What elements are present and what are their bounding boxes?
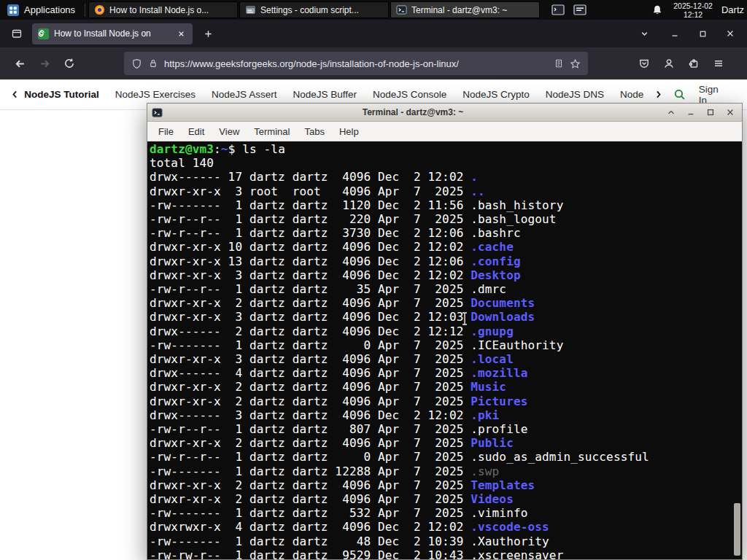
chevron-left-icon[interactable] (9, 90, 21, 99)
tray-vm-window-icon[interactable] (551, 4, 565, 17)
url-bar[interactable]: https://www.geeksforgeeks.org/node-js/in… (124, 52, 588, 75)
site-nav-link[interactable]: NodeJS DNS (538, 89, 612, 100)
file-meta: drwxr-xr-x 10 dartz dartz 4096 Dec 2 12:… (150, 240, 471, 254)
terminal-line: -rw-r--r-- 1 dartz dartz 220 Apr 7 2025 … (150, 212, 742, 226)
desktop: Applications How to Install Node.js o...… (0, 0, 747, 560)
site-nav-link[interactable]: NodeJS Buffer (285, 89, 365, 100)
file-name: Public (471, 436, 514, 450)
forward-button[interactable] (32, 51, 57, 76)
window-close-button[interactable] (719, 23, 741, 44)
terminal-line: -rw-r--r-- 1 dartz dartz 3730 Dec 2 12:0… (150, 226, 742, 240)
terminal-line: drwxr-xr-x 10 dartz dartz 4096 Dec 2 12:… (150, 240, 742, 254)
terminal-icon (396, 4, 407, 15)
terminal-line: drwx------ 4 dartz dartz 4096 Apr 7 2025… (150, 366, 742, 380)
terminal-minimize-button[interactable] (683, 106, 698, 119)
extensions-icon[interactable] (681, 51, 706, 76)
chevron-right-icon[interactable] (651, 90, 664, 99)
reload-button[interactable] (57, 51, 82, 76)
file-meta: drwxr-xr-x 2 dartz dartz 4096 Apr 7 2025 (150, 394, 471, 408)
file-name: .Xauthority (471, 534, 549, 548)
file-name: Downloads (471, 310, 535, 324)
terminal-total-line: total 140 (150, 156, 742, 170)
terminal-line: -rw------- 1 dartz dartz 1120 Dec 2 11:5… (150, 198, 742, 212)
tab-strip: How to Install Node.js on (0, 20, 747, 47)
firefox-icon (94, 4, 105, 15)
tracking-shield-icon[interactable] (131, 58, 142, 69)
terminal-menu-view[interactable]: View (212, 124, 246, 139)
file-name: .. (471, 184, 485, 198)
site-nav-link[interactable]: NodeJS Console (365, 89, 454, 100)
terminal-title: Terminal - dartz@vm3: ~ (167, 107, 659, 117)
applications-label: Applications (24, 4, 75, 15)
site-nav-link[interactable]: NodeJS Tutorial (21, 89, 107, 100)
file-meta: drwxrwxr-x 4 dartz dartz 4096 Dec 2 12:0… (150, 520, 471, 534)
file-meta: drwxr-xr-x 3 dartz dartz 4096 Dec 2 12:0… (150, 310, 471, 324)
terminal-content: dartz@vm3:~$ ls -la total 140 drwx------… (147, 141, 742, 559)
terminal-rollup-button[interactable] (663, 106, 678, 119)
notification-bell-icon[interactable] (650, 4, 665, 16)
file-meta: drwxr-xr-x 13 dartz dartz 4096 Dec 2 12:… (150, 254, 471, 268)
file-meta: -rw------- 1 dartz dartz 12288 Apr 7 202… (150, 464, 471, 478)
file-name: Desktop (471, 268, 520, 282)
site-nav-link[interactable]: NodeJS Exercises (107, 89, 204, 100)
terminal-line: -rw-rw-r-- 1 dartz dartz 9529 Dec 2 10:4… (150, 548, 742, 559)
file-name: .profile (471, 422, 527, 436)
terminal-close-button[interactable] (722, 106, 738, 119)
menu-hamburger-icon[interactable] (706, 51, 731, 76)
tab-close-icon[interactable] (175, 28, 187, 39)
terminal-line: -rw-r--r-- 1 dartz dartz 807 Apr 7 2025 … (150, 422, 742, 436)
file-meta: -rw------- 1 dartz dartz 0 Apr 7 2025 (150, 338, 471, 352)
terminal-menu-file[interactable]: File (152, 124, 180, 139)
window-maximize-button[interactable] (692, 23, 713, 44)
account-icon[interactable] (657, 51, 681, 76)
panel-clock[interactable]: 2025-12-02 12:12 (673, 1, 713, 19)
clock-time: 12:12 (684, 10, 703, 19)
search-icon[interactable] (670, 88, 689, 101)
lock-icon[interactable] (148, 58, 158, 69)
pocket-icon[interactable] (632, 51, 657, 76)
terminal-line: -rw-r--r-- 1 dartz dartz 35 Apr 7 2025 .… (150, 282, 742, 296)
file-meta: drwxr-xr-x 3 root root 4096 Apr 7 2025 (150, 184, 471, 198)
site-nav-link[interactable]: NodeJS Assert (204, 89, 285, 100)
list-all-tabs-chevron-icon[interactable] (633, 23, 655, 44)
bookmark-star-icon[interactable] (570, 58, 581, 69)
file-name: .dmrc (471, 282, 506, 296)
window-minimize-button[interactable] (664, 23, 686, 44)
reader-view-icon[interactable] (554, 58, 564, 69)
terminal-line: drwxr-xr-x 2 dartz dartz 4096 Apr 7 2025… (150, 436, 742, 450)
file-meta: drwxr-xr-x 2 dartz dartz 4096 Apr 7 2025 (150, 380, 471, 394)
file-name: .cache (471, 240, 514, 254)
taskbar-item-settings[interactable]: Settings - codium script... (239, 1, 389, 18)
file-meta: drwx------ 2 dartz dartz 4096 Dec 2 12:1… (150, 324, 471, 338)
terminal-menubar: File Edit View Terminal Tabs Help (147, 122, 742, 141)
terminal-scrollbar-thumb[interactable] (734, 503, 740, 556)
terminal-menu-help[interactable]: Help (333, 124, 365, 139)
site-nav-link[interactable]: NodeJS Crypto (454, 89, 538, 100)
browser-tab[interactable]: How to Install Node.js on (32, 23, 193, 44)
file-name: . (471, 170, 478, 184)
tray-terminal-window-icon[interactable] (573, 4, 587, 17)
url-text[interactable]: https://www.geeksforgeeks.org/node-js/in… (164, 58, 548, 69)
back-button[interactable] (7, 51, 32, 76)
settings-icon (245, 4, 256, 15)
site-nav-link[interactable]: Node (612, 89, 651, 100)
file-meta: drwxr-xr-x 2 dartz dartz 4096 Apr 7 2025 (150, 492, 471, 506)
file-name: .ICEauthority (471, 338, 563, 352)
terminal-menu-edit[interactable]: Edit (182, 124, 211, 139)
sign-in-button[interactable]: Sign In (699, 84, 728, 106)
terminal-menu-tabs[interactable]: Tabs (298, 124, 330, 139)
firefox-view-button[interactable] (6, 23, 28, 44)
terminal-line: -rw-r--r-- 1 dartz dartz 0 Apr 7 2025 .s… (150, 450, 742, 464)
taskbar-item-browser[interactable]: How to Install Node.js o... (88, 1, 238, 18)
applications-menu-button[interactable]: Applications (0, 0, 82, 20)
panel-user-label[interactable]: Dartz (721, 4, 744, 15)
file-name: Pictures (471, 394, 527, 408)
terminal-line: drwxr-xr-x 3 dartz dartz 4096 Dec 2 12:0… (150, 310, 742, 324)
terminal-maximize-button[interactable] (703, 106, 718, 119)
file-name: Templates (471, 478, 535, 492)
file-name: Videos (471, 492, 514, 506)
terminal-titlebar[interactable]: Terminal - dartz@vm3: ~ (147, 104, 742, 122)
terminal-menu-terminal[interactable]: Terminal (247, 124, 296, 139)
taskbar-item-terminal[interactable]: Terminal - dartz@vm3: ~ (390, 1, 540, 18)
new-tab-button[interactable] (197, 23, 219, 44)
